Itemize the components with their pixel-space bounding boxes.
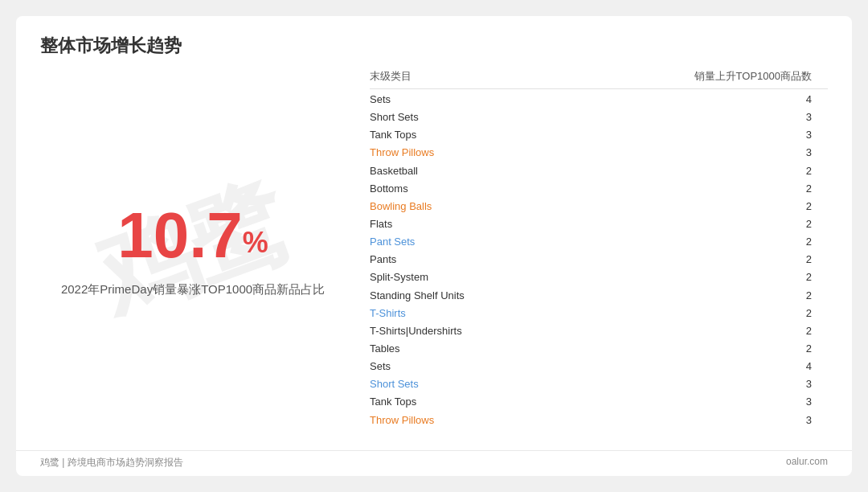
table-row: Bottoms2: [370, 180, 828, 198]
table-row: Bowling Balls2: [370, 198, 828, 215]
percent-sign: %: [243, 225, 268, 258]
header: 整体市场增长趋势: [16, 16, 852, 66]
row-name: Bowling Balls: [370, 199, 432, 215]
row-value: 3: [780, 109, 828, 125]
row-name: Standing Shelf Units: [370, 288, 465, 304]
right-panel: 末级类目 销量上升TOP1000商品数 Sets4Short Sets3Tank…: [346, 66, 828, 434]
row-value: 3: [780, 376, 828, 392]
table-row: Pant Sets2: [370, 233, 828, 251]
table-row: T-Shirts|Undershirts2: [370, 322, 828, 340]
row-name: T-Shirts: [370, 305, 406, 322]
row-name: Throw Pillows: [370, 145, 434, 161]
table-row: Throw Pillows3: [370, 412, 828, 429]
row-name: Flats: [370, 216, 392, 232]
row-name: Bottoms: [370, 181, 408, 197]
row-value: 2: [780, 269, 828, 285]
row-value: 3: [780, 412, 828, 428]
row-value: 3: [780, 145, 828, 161]
row-name: Tables: [370, 341, 400, 357]
footer-right: oalur.com: [786, 456, 828, 469]
row-name: Sets: [370, 92, 391, 108]
row-value: 2: [780, 252, 828, 268]
footer: 鸡鹭 | 跨境电商市场趋势洞察报告 oalur.com: [16, 450, 852, 476]
content-area: 10.7% 2022年PrimeDay销量暴涨TOP1000商品新品占比 鸡鹭 …: [16, 66, 852, 450]
row-value: 2: [780, 199, 828, 215]
table-row: Sets4: [370, 91, 828, 109]
row-name: Throw Pillows: [370, 412, 434, 428]
table-row: Tables2: [370, 340, 828, 358]
main-card: 整体市场增长趋势 10.7% 2022年PrimeDay销量暴涨TOP1000商…: [16, 16, 852, 476]
row-name: Tank Tops: [370, 394, 416, 410]
left-panel: 10.7% 2022年PrimeDay销量暴涨TOP1000商品新品占比 鸡鹭: [40, 66, 346, 434]
table-row: Sets4: [370, 358, 828, 375]
row-value: 2: [780, 341, 828, 357]
row-value: 2: [780, 216, 828, 232]
row-value: 2: [780, 163, 828, 179]
row-value: 2: [780, 323, 828, 339]
row-value: 4: [780, 92, 828, 108]
row-name: Basketball: [370, 163, 418, 179]
row-value: 2: [780, 181, 828, 197]
big-number: 10.7: [117, 199, 243, 271]
footer-left: 鸡鹭 | 跨境电商市场趋势洞察报告: [40, 456, 183, 469]
row-name: Tank Tops: [370, 127, 416, 143]
table-row: Standing Shelf Units2: [370, 287, 828, 305]
table-body: Sets4Short Sets3Tank Tops3Throw Pillows3…: [370, 91, 828, 434]
col2-header: 销量上升TOP1000商品数: [694, 69, 828, 84]
table-row: Basketball2: [370, 162, 828, 180]
page-title: 整体市场增长趋势: [40, 35, 182, 55]
table-row: Split-System2: [370, 269, 828, 286]
table-row: Short Sets3: [370, 109, 828, 126]
table-header: 末级类目 销量上升TOP1000商品数: [370, 66, 828, 89]
table-row: Pants2: [370, 251, 828, 269]
row-name: Pants: [370, 252, 396, 268]
table-row: Short Sets3: [370, 375, 828, 393]
row-name: Split-System: [370, 269, 428, 285]
row-value: 2: [780, 305, 828, 322]
row-value: 3: [780, 394, 828, 410]
table-row: Tank Tops3: [370, 126, 828, 144]
row-name: Short Sets: [370, 376, 419, 392]
row-name: Short Sets: [370, 109, 419, 125]
row-value: 4: [780, 359, 828, 375]
row-value: 2: [780, 234, 828, 250]
table-row: T-Shirts2: [370, 305, 828, 322]
table-row: Throw Pillows3: [370, 144, 828, 162]
row-name: Pant Sets: [370, 234, 415, 250]
row-name: Sets: [370, 359, 391, 375]
col1-header: 末级类目: [370, 69, 411, 84]
big-number-container: 10.7%: [61, 203, 325, 268]
table-row: Tank Tops3: [370, 393, 828, 411]
row-value: 2: [780, 288, 828, 304]
table-row: Flats2: [370, 215, 828, 233]
row-name: T-Shirts|Undershirts: [370, 323, 462, 339]
row-value: 3: [780, 127, 828, 143]
subtitle: 2022年PrimeDay销量暴涨TOP1000商品新品占比: [61, 282, 325, 297]
